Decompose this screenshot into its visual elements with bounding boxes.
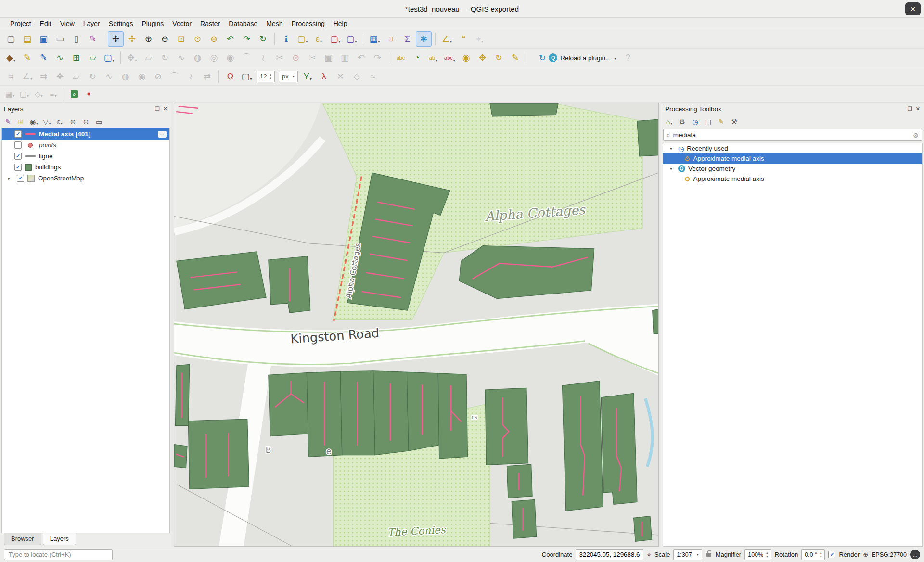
locator-input[interactable] [4, 549, 113, 560]
snap-tolerance-spinbox[interactable]: 12 ▴▾ [257, 71, 275, 82]
map-canvas[interactable]: Alpha Cottages Kingston Road The Conies … [174, 103, 659, 547]
expand-all[interactable]: ⊕ [67, 116, 79, 127]
refresh-map[interactable]: ↻ [255, 31, 271, 47]
menu-settings[interactable]: Settings [104, 19, 138, 28]
open-project[interactable]: ▤ [19, 31, 35, 47]
reload-plugin-control[interactable]: ↻ Q Reload a plugin... ▾ [535, 51, 620, 64]
select-by-expression[interactable]: ε▾ [311, 31, 327, 47]
processing-models[interactable]: ⌂▾ [663, 116, 675, 127]
zoom-to-layer[interactable]: ⊚ [206, 31, 222, 47]
algorithm-approximate-medial-axis[interactable]: ⚙ Approximate medial axis [663, 153, 922, 164]
save-project[interactable]: ▣ [36, 31, 51, 47]
add-group[interactable]: ⊞ [15, 116, 27, 127]
algorithm-approximate-medial-axis-2[interactable]: ⚙ Approximate medial axis [663, 174, 922, 184]
change-label-properties[interactable]: ✎ [507, 50, 523, 65]
field-calculator[interactable]: ⌗ [383, 31, 399, 47]
measure[interactable]: ∠▾ [439, 31, 455, 47]
remove-layer[interactable]: ▭ [93, 116, 105, 127]
digitize-with-segment[interactable]: ∿ [52, 50, 68, 65]
panel-float-icon[interactable]: ❐ [155, 106, 160, 112]
vertex-tool[interactable]: ▢▾ [101, 50, 117, 65]
processing-toolbox-toggle[interactable]: ✱ [416, 31, 432, 47]
menu-layer[interactable]: Layer [79, 19, 104, 28]
add-polygon-feature[interactable]: ▱ [85, 50, 101, 65]
snapping-mode[interactable]: ▢▾ [239, 69, 255, 84]
tab-layers[interactable]: Layers [43, 533, 76, 545]
zoom-in[interactable]: ⊕ [141, 31, 156, 47]
labeling-single[interactable]: ab▾ [425, 50, 441, 65]
map-tips[interactable]: ❝ [455, 31, 471, 47]
close-window-button[interactable]: ✕ [905, 2, 921, 15]
messages-icon[interactable]: … [910, 550, 920, 559]
processing-options[interactable]: ⚒ [728, 116, 740, 127]
magnifier-spinbox[interactable]: 100% ▴▾ [744, 549, 771, 560]
menu-edit[interactable]: Edit [36, 19, 56, 28]
panel-close-icon[interactable]: ✕ [163, 106, 167, 112]
menu-raster[interactable]: Raster [196, 19, 224, 28]
scale-combo[interactable]: 1:307 ▾ [673, 549, 702, 560]
coordinate-input[interactable] [579, 551, 640, 558]
layer-item-medial-axis[interactable]: ✓ Medial axis [401] ⋯ [2, 128, 169, 140]
menu-view[interactable]: View [56, 19, 79, 28]
snapping-toggle[interactable]: Ω [222, 69, 238, 84]
menu-mesh[interactable]: Mesh [262, 19, 287, 28]
spinbox-arrows-icon[interactable]: ▴▾ [766, 551, 768, 558]
coordinate-extents-icon[interactable]: ⌖ [647, 550, 651, 559]
snap-unit-combo[interactable]: px ▾ [279, 71, 298, 82]
layer-item-ligne[interactable]: ✓ ligne [2, 151, 169, 162]
menu-processing[interactable]: Processing [287, 19, 329, 28]
processing-search-box[interactable]: ⌕ ⊗ [663, 129, 922, 141]
rotation-spinbox[interactable]: 0.0 ° ▴▾ [801, 549, 825, 560]
zoom-last[interactable]: ↶ [222, 31, 238, 47]
expander-icon[interactable]: ▸ [5, 176, 13, 181]
layer-checkbox[interactable]: ✓ [17, 175, 24, 182]
select-by-value[interactable]: ▢▾ [344, 31, 359, 47]
zoom-next[interactable]: ↷ [239, 31, 255, 47]
layer-checkbox[interactable]: ✓ [14, 130, 22, 138]
search-plugin[interactable]: ⌕ [67, 88, 81, 101]
panel-close-icon[interactable]: ✕ [916, 106, 920, 112]
digitize-with-curve[interactable]: λ [316, 69, 332, 84]
zoom-out[interactable]: ⊖ [157, 31, 173, 47]
expander-icon[interactable]: ▾ [667, 166, 675, 171]
results-viewer[interactable]: ▤ [702, 116, 714, 127]
pin-unpin-labels[interactable]: abc▾ [442, 50, 458, 65]
layer-checkbox[interactable]: ✓ [14, 164, 22, 171]
layer-checkbox[interactable] [14, 141, 22, 149]
processing-group-recently-used[interactable]: ▾ ◷ Recently used [663, 143, 922, 153]
processing-group-vector-geometry[interactable]: ▾ Q Vector geometry [663, 164, 922, 174]
select-features[interactable]: ▢▾ [295, 31, 310, 47]
toggle-editing[interactable]: ✎ [19, 50, 35, 65]
search-input[interactable] [673, 131, 910, 139]
add-record[interactable]: ⊞ [68, 50, 84, 65]
open-attribute-table[interactable]: ▦▾ [367, 31, 383, 47]
layer-item-buildings[interactable]: ✓ buildings [2, 162, 169, 173]
menu-database[interactable]: Database [224, 19, 262, 28]
highlight-pinned-labels[interactable]: ◉ [458, 50, 474, 65]
enable-tracing[interactable]: Y▾ [300, 69, 316, 84]
new-project[interactable]: ▢ [3, 31, 19, 47]
collapse-all[interactable]: ⊖ [80, 116, 92, 127]
pan-map[interactable]: ✣ [108, 31, 124, 47]
filter-by-expression[interactable]: ε▾ [54, 116, 66, 127]
zoom-full[interactable]: ⊡ [173, 31, 189, 47]
layer-item-openstreetmap[interactable]: ▸ ✓ OpenStreetMap [2, 173, 169, 184]
edit-features-in-place[interactable]: ✎ [715, 116, 727, 127]
custom-plugin[interactable]: ✦ [82, 88, 96, 101]
identify-features[interactable]: ℹ [278, 31, 294, 47]
processing-providers[interactable]: ⚙ [676, 116, 688, 127]
pan-to-selection[interactable]: ✣ [124, 31, 140, 47]
deselect-features[interactable]: ▢▾ [327, 31, 343, 47]
layer-item-points[interactable]: points [2, 140, 169, 151]
rotate-label[interactable]: ↻ [491, 50, 507, 65]
panel-float-icon[interactable]: ❐ [908, 106, 912, 112]
menu-plugins[interactable]: Plugins [137, 19, 168, 28]
manage-map-themes[interactable]: ◉▾ [28, 116, 40, 127]
layer-diagrams[interactable]: ◔ [409, 50, 425, 65]
filter-legend[interactable]: ▽▾ [41, 116, 53, 127]
current-edits[interactable]: ◆▾ [3, 50, 19, 65]
move-label[interactable]: ✥ [475, 50, 490, 65]
menu-help[interactable]: Help [329, 19, 352, 28]
spinbox-arrows-icon[interactable]: ▴▾ [820, 551, 822, 558]
show-layout-manager[interactable]: ▯ [68, 31, 84, 47]
